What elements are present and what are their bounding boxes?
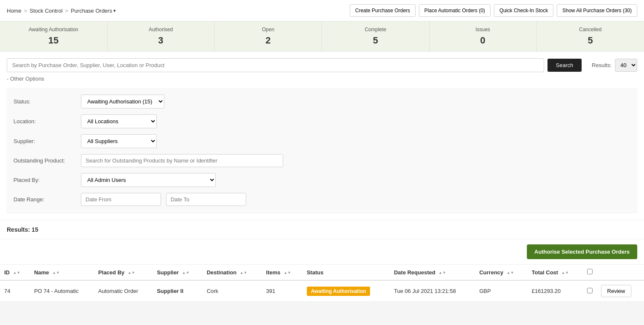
cell-supplier: Supplier II	[153, 280, 202, 302]
col-status: Status	[303, 265, 390, 280]
col-placed-by: Placed By ▲▼	[94, 265, 153, 280]
sort-placed-by-icon[interactable]: ▲▼	[128, 271, 135, 275]
review-button[interactable]: Review	[601, 285, 632, 297]
cell-action: Review	[597, 280, 644, 302]
search-button[interactable]: Search	[547, 59, 582, 72]
results-count: Results: 15	[0, 220, 644, 239]
status-cell-open[interactable]: Open 2	[215, 22, 322, 51]
cell-name: PO 74 - Automatic	[30, 280, 94, 302]
supplier-filter-control: All Suppliers	[81, 134, 157, 148]
col-items: Items ▲▼	[262, 265, 302, 280]
sort-name-icon[interactable]: ▲▼	[52, 271, 60, 275]
filter-status-row: Status: Awaiting Authorisation (15)	[13, 95, 631, 108]
top-buttons: Create Purchase Orders Place Automatic O…	[350, 4, 637, 17]
results-label: Results:	[592, 62, 612, 68]
breadcrumb-sep2: >	[65, 8, 68, 14]
col-currency: Currency ▲▼	[475, 265, 527, 280]
purchase-orders-table: ID ▲▼ Name ▲▼ Placed By ▲▼ Supplier ▲▼ D…	[0, 265, 644, 302]
show-all-button[interactable]: Show All Purchase Orders (30)	[557, 4, 637, 17]
table-wrapper: ID ▲▼ Name ▲▼ Placed By ▲▼ Supplier ▲▼ D…	[0, 265, 644, 302]
placed-by-filter-label: Placed By:	[13, 177, 81, 183]
breadcrumb-chevron: ▾	[113, 8, 116, 14]
sort-date-icon[interactable]: ▲▼	[439, 271, 446, 275]
sort-id-icon[interactable]: ▲▼	[13, 271, 21, 275]
placed-by-select[interactable]: All Admin Users	[81, 173, 216, 187]
location-filter-control: All Locations	[81, 114, 157, 128]
authorise-bar: Authorise Selected Purchase Orders	[0, 239, 644, 265]
status-filter-label: Status:	[13, 98, 81, 105]
filters: Status: Awaiting Authorisation (15) Loca…	[7, 88, 637, 213]
sort-supplier-icon[interactable]: ▲▼	[182, 271, 190, 275]
select-all-checkbox[interactable]	[587, 269, 593, 274]
status-filter-control: Awaiting Authorisation (15)	[81, 95, 164, 108]
quick-check-in-button[interactable]: Quick Check-In Stock	[494, 4, 553, 17]
breadcrumb-stock[interactable]: Stock Control	[30, 8, 62, 14]
status-cell-issues[interactable]: Issues 0	[429, 22, 537, 51]
date-from-input[interactable]	[81, 193, 161, 206]
sort-cost-icon[interactable]: ▲▼	[561, 271, 569, 275]
search-input[interactable]	[7, 58, 544, 72]
date-range-control	[81, 193, 250, 206]
cell-status: Awaiting Authorisation	[303, 280, 390, 302]
breadcrumb-page[interactable]: Purchase Orders ▾	[71, 8, 116, 14]
cell-checkbox	[583, 280, 597, 302]
placed-by-filter-control: All Admin Users	[81, 173, 216, 187]
status-badge: Awaiting Authorisation	[307, 287, 370, 296]
cell-items: 391	[262, 280, 302, 302]
status-summary: Awaiting Authorisation 15 Authorised 3 O…	[0, 22, 644, 51]
cell-placed-by: Automatic Order	[94, 280, 153, 302]
create-purchase-orders-button[interactable]: Create Purchase Orders	[350, 4, 416, 17]
sort-items-icon[interactable]: ▲▼	[284, 271, 291, 275]
outstanding-input[interactable]	[81, 154, 283, 167]
col-total-cost: Total Cost ▲▼	[528, 265, 583, 280]
row-select-checkbox[interactable]	[587, 288, 593, 293]
table-header-row: ID ▲▼ Name ▲▼ Placed By ▲▼ Supplier ▲▼ D…	[0, 265, 644, 280]
col-supplier: Supplier ▲▼	[153, 265, 202, 280]
supplier-select[interactable]: All Suppliers	[81, 134, 157, 148]
authorise-selected-button[interactable]: Authorise Selected Purchase Orders	[527, 244, 637, 259]
col-id: ID ▲▼	[0, 265, 30, 280]
supplier-filter-label: Supplier:	[13, 138, 81, 144]
cell-currency: GBP	[475, 280, 527, 302]
place-automatic-orders-button[interactable]: Place Automatic Orders (0)	[419, 4, 491, 17]
filter-placed-by-row: Placed By: All Admin Users	[13, 173, 631, 187]
outstanding-filter-label: Outstanding Product:	[13, 157, 81, 164]
other-options-toggle[interactable]: - Other Options	[7, 76, 637, 82]
status-cell-authorised[interactable]: Authorised 3	[107, 22, 215, 51]
outstanding-filter-control	[81, 154, 283, 167]
filter-location-row: Location: All Locations	[13, 114, 631, 128]
cell-date: Tue 06 Jul 2021 13:21:58	[390, 280, 475, 302]
breadcrumb-sep1: >	[24, 8, 27, 14]
status-cell-complete[interactable]: Complete 5	[322, 22, 429, 51]
col-name: Name ▲▼	[30, 265, 94, 280]
location-select[interactable]: All Locations	[81, 114, 157, 128]
sort-destination-icon[interactable]: ▲▼	[240, 271, 247, 275]
results-select[interactable]: 40 20 60 80	[615, 59, 637, 72]
filter-outstanding-row: Outstanding Product:	[13, 154, 631, 167]
col-action	[597, 265, 644, 280]
top-bar: Home > Stock Control > Purchase Orders ▾…	[0, 0, 644, 22]
status-select[interactable]: Awaiting Authorisation (15)	[81, 95, 164, 108]
cell-destination: Cork	[202, 280, 262, 302]
cell-cost: £161293.20	[528, 280, 583, 302]
status-cell-cancelled[interactable]: Cancelled 5	[537, 22, 644, 51]
cell-id: 74	[0, 280, 30, 302]
location-filter-label: Location:	[13, 118, 81, 125]
table-row: 74 PO 74 - Automatic Automatic Order Sup…	[0, 280, 644, 302]
col-date-requested: Date Requested ▲▼	[390, 265, 475, 280]
col-destination: Destination ▲▼	[202, 265, 262, 280]
filter-supplier-row: Supplier: All Suppliers	[13, 134, 631, 148]
sort-currency-icon[interactable]: ▲▼	[507, 271, 514, 275]
date-to-input[interactable]	[166, 193, 246, 206]
breadcrumb: Home > Stock Control > Purchase Orders ▾	[7, 8, 116, 14]
date-range-label: Date Range:	[13, 196, 81, 203]
search-area: Search Results: 40 20 60 80 - Other Opti…	[0, 51, 644, 220]
col-select-all	[583, 265, 597, 280]
breadcrumb-home[interactable]: Home	[7, 8, 21, 14]
filter-date-row: Date Range:	[13, 193, 631, 206]
status-cell-awaiting-authorisation[interactable]: Awaiting Authorisation 15	[0, 22, 107, 51]
